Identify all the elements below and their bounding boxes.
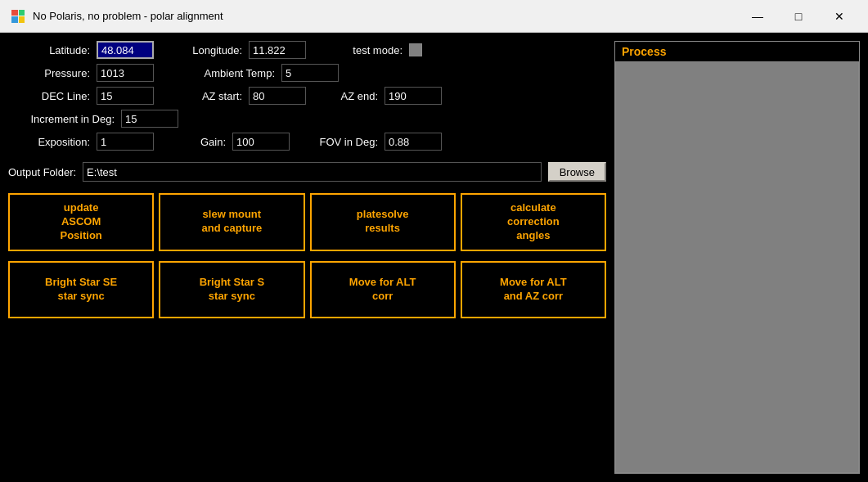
left-panel: Latitude: Longitude: test mode: Pressure…: [8, 41, 606, 474]
fov-label: FOV in Deg:: [313, 136, 378, 148]
az-end-label: AZ end:: [329, 90, 378, 102]
output-folder-label: Output Folder:: [8, 166, 76, 178]
app-icon: [10, 8, 26, 25]
fov-input[interactable]: [385, 133, 442, 151]
test-mode-checkbox[interactable]: [409, 43, 422, 56]
form-row-2: Pressure: Ambient Temp:: [8, 64, 606, 82]
process-container: Process: [614, 41, 860, 474]
dec-line-input[interactable]: [97, 87, 154, 105]
form-section: Latitude: Longitude: test mode: Pressure…: [8, 41, 606, 151]
pressure-label: Pressure:: [8, 67, 90, 79]
window-title: No Polaris, no problem - polar alignment: [33, 10, 739, 22]
action-buttons-row2: Bright Star SE star sync Bright Star S s…: [8, 261, 606, 318]
latitude-input[interactable]: [97, 41, 154, 59]
calculate-correction-button[interactable]: calculate correction angles: [461, 193, 606, 251]
close-button[interactable]: ✕: [821, 4, 858, 29]
exposition-input[interactable]: [97, 133, 154, 151]
longitude-label: Longitude:: [177, 44, 242, 56]
output-folder-row: Output Folder: Browse: [8, 162, 606, 182]
az-end-input[interactable]: [385, 87, 442, 105]
minimize-button[interactable]: —: [739, 4, 776, 29]
maximize-button[interactable]: □: [780, 4, 817, 29]
exposition-label: Exposition:: [8, 136, 90, 148]
test-mode-label: test mode:: [337, 44, 403, 56]
platesolve-button[interactable]: platesolve results: [310, 193, 456, 251]
form-row-5: Exposition: Gain: FOV in Deg:: [8, 133, 606, 151]
gain-label: Gain:: [185, 136, 226, 148]
titlebar: No Polaris, no problem - polar alignment…: [0, 0, 868, 33]
process-header: Process: [615, 42, 859, 61]
update-ascom-button[interactable]: update ASCOM Position: [8, 193, 154, 251]
az-start-input[interactable]: [249, 87, 306, 105]
form-row-1: Latitude: Longitude: test mode:: [8, 41, 606, 59]
bright-star-se-button[interactable]: Bright Star SE star sync: [8, 261, 154, 318]
gain-input[interactable]: [232, 133, 290, 151]
ambient-temp-input[interactable]: [281, 64, 339, 82]
increment-label: Increment in Deg:: [8, 113, 115, 125]
browse-button[interactable]: Browse: [548, 162, 606, 182]
az-start-label: AZ start:: [177, 90, 242, 102]
longitude-input[interactable]: [249, 41, 306, 59]
form-row-4: Increment in Deg:: [8, 110, 606, 128]
ambient-temp-label: Ambient Temp:: [177, 67, 275, 79]
main-content: Latitude: Longitude: test mode: Pressure…: [0, 33, 868, 482]
pressure-input[interactable]: [97, 64, 154, 82]
window-controls: — □ ✕: [739, 4, 858, 29]
move-alt-az-button[interactable]: Move for ALT and AZ corr: [461, 261, 606, 318]
output-folder-input[interactable]: [83, 162, 542, 182]
bright-star-s-button[interactable]: Bright Star S star sync: [159, 261, 304, 318]
move-alt-button[interactable]: Move for ALT corr: [310, 261, 456, 318]
right-panel: Process: [614, 41, 860, 474]
increment-input[interactable]: [121, 110, 178, 128]
latitude-label: Latitude:: [8, 44, 90, 56]
dec-line-label: DEC Line:: [8, 90, 90, 102]
form-row-3: DEC Line: AZ start: AZ end:: [8, 87, 606, 105]
slew-mount-button[interactable]: slew mount and capture: [159, 193, 304, 251]
process-output: [615, 61, 859, 473]
action-buttons-row1: update ASCOM Position slew mount and cap…: [8, 193, 606, 251]
